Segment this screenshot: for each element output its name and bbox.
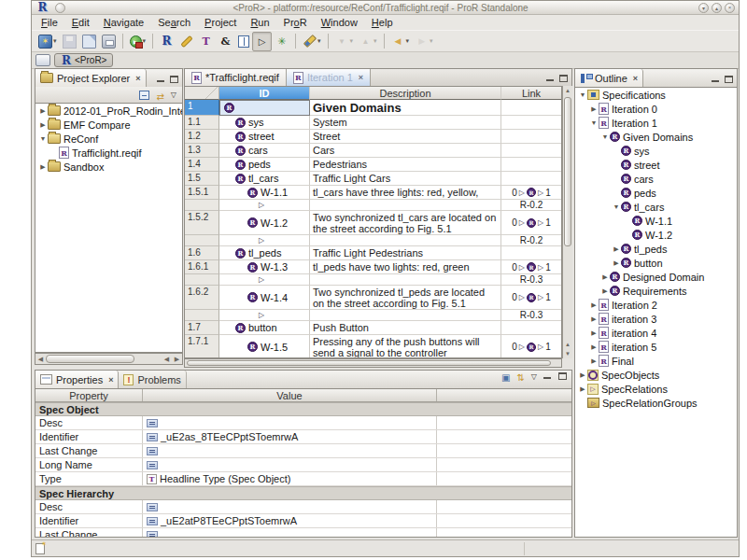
spec-row-1.5[interactable]: 1.5tl_carsTraffic Light Cars — [185, 172, 561, 186]
property-row-identifier[interactable]: Identifier_uE2as_8TEeCPptSToemrwA — [35, 430, 571, 444]
row-number-cell[interactable]: 1.5 — [185, 172, 219, 186]
scrollbar-thumb[interactable] — [187, 360, 551, 366]
gear-button[interactable] — [272, 32, 291, 51]
link-cell[interactable]: 0▷▷1 — [501, 335, 561, 358]
tree-item-2012-01-pror-rodin-integ[interactable]: ▶2012-01_ProR_Rodin_Integ — [35, 104, 182, 118]
close-icon[interactable]: × — [359, 73, 363, 82]
id-cell[interactable]: cars — [219, 144, 310, 158]
scroll-down-icon[interactable]: ▼ — [563, 349, 572, 358]
scrollbar-thumb[interactable] — [564, 97, 571, 246]
row-number-cell[interactable] — [185, 310, 219, 321]
id-cell[interactable]: street — [219, 130, 310, 144]
chevron-down-icon[interactable]: ▾ — [374, 37, 377, 45]
row-number-cell[interactable]: 1.4 — [185, 158, 219, 172]
row-number-cell[interactable]: 1.6.2 — [185, 286, 219, 310]
spec-row-1.6[interactable]: 1.6tl_pedsTraffic Light Pedestrians — [185, 246, 561, 260]
property-value-cell[interactable]: _uE2as_8TEeCPptSToemrwA — [143, 430, 437, 443]
collapse-arrow-icon[interactable]: ▼ — [578, 91, 587, 98]
link-cell[interactable]: R-0.3 — [501, 274, 561, 286]
id-cell[interactable]: ▷ — [219, 274, 310, 286]
row-number-cell[interactable]: 1.7.1 — [185, 335, 219, 358]
export-button[interactable] — [79, 32, 99, 51]
play-button[interactable] — [252, 32, 272, 51]
row-number-cell[interactable]: 1 — [185, 100, 219, 116]
row-number-cell[interactable]: 1.6 — [185, 246, 219, 260]
maximize-view-icon[interactable] — [170, 76, 178, 83]
chevron-down-icon[interactable]: ▾ — [143, 37, 147, 45]
tree-item-button[interactable]: ▶button — [575, 256, 737, 270]
tree-item-w-1-1[interactable]: W-1.1 — [575, 214, 737, 228]
tree-item-requirements[interactable]: ▶Requirements — [575, 284, 737, 298]
property-value-cell[interactable] — [143, 444, 437, 457]
id-cell[interactable] — [219, 100, 310, 116]
minimize-window-button[interactable]: ▾ — [698, 3, 709, 13]
expand-arrow-icon[interactable]: ▶ — [612, 245, 621, 253]
view-menu-icon[interactable]: ▽ — [171, 91, 176, 99]
property-row-type[interactable]: TypeTHeadline Type (Spec Object) — [35, 472, 571, 486]
property-value-cell[interactable] — [143, 528, 437, 538]
editor-tab-trafficlight[interactable]: *Trafficlight.reqif — [185, 69, 287, 86]
collapse-arrow-icon[interactable]: ▼ — [612, 203, 621, 210]
description-cell[interactable]: Traffic Light Pedestrians — [310, 246, 501, 260]
tree-item-iteration-4[interactable]: ▶iteration 4 — [575, 326, 737, 340]
description-cell[interactable] — [310, 310, 501, 321]
tree-item-peds[interactable]: peds — [575, 186, 737, 200]
menu-navigate[interactable]: Navigate — [104, 17, 144, 28]
run-button[interactable]: ▾ — [127, 33, 149, 50]
id-cell[interactable]: W-1.4 — [219, 286, 310, 310]
id-cell[interactable]: W-1.2 — [219, 211, 310, 235]
expand-arrow-icon[interactable]: ▶ — [578, 385, 587, 393]
relation-row[interactable]: ▷R-0.3 — [185, 310, 561, 321]
scroll-left-icon[interactable]: ◀ — [35, 356, 46, 363]
row-number-cell[interactable]: 1.3 — [185, 144, 219, 158]
close-icon[interactable]: × — [633, 74, 638, 83]
pror-button[interactable] — [157, 32, 176, 51]
relation-row[interactable]: ▷R-0.2 — [185, 200, 561, 211]
expand-arrow-icon[interactable]: ▶ — [600, 287, 610, 295]
link-cell[interactable]: R-0.2 — [501, 200, 561, 211]
collapse-arrow-icon[interactable]: ▼ — [38, 135, 48, 142]
print-button[interactable] — [99, 32, 119, 51]
property-value-cell[interactable]: THeadline Type (Spec Object) — [143, 472, 437, 485]
property-row-last-change[interactable]: Last Change — [35, 444, 571, 458]
scroll-up-icon[interactable]: ▲ — [563, 86, 572, 95]
editor-hscrollbar[interactable] — [184, 358, 562, 368]
relation-arrow-icon[interactable]: ▷ — [259, 275, 264, 284]
chevron-down-icon[interactable]: ▾ — [53, 37, 57, 45]
id-cell[interactable]: ▷ — [219, 235, 310, 246]
relation-arrow-icon[interactable]: ▷ — [259, 311, 264, 319]
new-wizard-button[interactable]: ▾ — [35, 32, 60, 51]
pin-view-icon[interactable] — [501, 368, 510, 385]
link-cell[interactable] — [501, 144, 561, 158]
minimize-view-icon[interactable] — [543, 372, 552, 380]
link-cell[interactable] — [501, 246, 561, 260]
row-number-cell[interactable]: 1.6.1 — [185, 260, 219, 274]
menu-project[interactable]: Project — [204, 17, 236, 28]
menu-help[interactable]: Help — [372, 17, 393, 28]
tree-item-w-1-2[interactable]: W-1.2 — [575, 228, 737, 242]
description-cell[interactable]: Traffic Light Cars — [310, 172, 501, 186]
tree-item-tl-peds[interactable]: ▶tl_peds — [575, 242, 737, 256]
maximize-window-button[interactable]: ▴ — [712, 3, 722, 13]
menu-file[interactable]: File — [41, 17, 58, 28]
column-header-value[interactable]: Value — [143, 389, 437, 401]
tab-project-explorer[interactable]: Project Explorer × — [35, 69, 147, 87]
property-row-identifier[interactable]: Identifier_uE2atP8TEeCPptSToemrwA — [35, 514, 571, 528]
column-header-property[interactable]: Property — [35, 389, 143, 401]
link-cell[interactable] — [501, 172, 561, 186]
id-cell[interactable]: W-1.1 — [219, 186, 310, 200]
expand-arrow-icon[interactable]: ▶ — [38, 107, 48, 115]
id-cell[interactable]: sys — [219, 116, 310, 130]
spec-row-1.7[interactable]: 1.7buttonPush Button — [185, 321, 561, 335]
spec-row-1.7.1[interactable]: 1.7.1W-1.5Pressing any of the push butto… — [185, 335, 561, 358]
key-button[interactable] — [176, 32, 196, 51]
column-header-id[interactable]: ID — [219, 87, 310, 100]
spec-row-1.5.2[interactable]: 1.5.2W-1.2Two synchronized tl_cars are l… — [185, 211, 561, 235]
expand-arrow-icon[interactable]: ▶ — [38, 163, 48, 171]
expand-arrow-icon[interactable]: ▶ — [589, 315, 599, 323]
tree-item-given-domains[interactable]: ▼Given Domains — [575, 130, 737, 144]
expand-arrow-icon[interactable]: ▶ — [589, 329, 599, 337]
link-cell[interactable] — [501, 100, 561, 116]
tree-item-designed-domain[interactable]: ▶Designed Domain — [575, 270, 737, 284]
menu-search[interactable]: Search — [158, 17, 190, 28]
